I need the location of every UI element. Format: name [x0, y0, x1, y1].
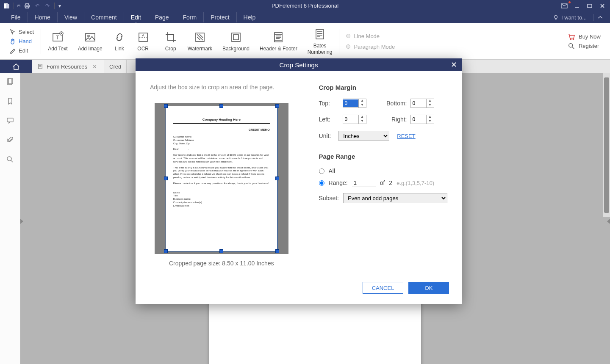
selection-tools: Select Hand Edit: [4, 26, 39, 57]
background-label: Background: [222, 46, 250, 52]
cropped-page-size: Cropped page size: 8.50 x 11.00 Inches: [150, 260, 293, 267]
add-image-button[interactable]: Add Image: [73, 23, 108, 59]
range-input[interactable]: [352, 179, 376, 187]
paragraph-mode-radio[interactable]: Paragraph Mode: [346, 44, 395, 50]
menu-page[interactable]: Page: [148, 12, 176, 22]
hand-tool[interactable]: Hand: [8, 37, 36, 46]
save-icon[interactable]: [14, 3, 20, 9]
app-title: PDFelement 6 Professional: [272, 3, 338, 9]
cancel-button[interactable]: CANCEL: [363, 282, 403, 294]
tab-close-icon[interactable]: ✕: [91, 63, 99, 70]
bates-button[interactable]: Bates Numbering: [302, 23, 338, 59]
menu-edit[interactable]: Edit: [124, 12, 148, 22]
svg-rect-1: [6, 4, 9, 8]
left-label: Left:: [319, 116, 343, 123]
ocr-button[interactable]: AOCR: [131, 23, 155, 59]
print-icon[interactable]: [24, 3, 30, 9]
line-mode-radio[interactable]: Line Mode: [346, 33, 395, 39]
separator: [157, 29, 157, 54]
expand-left-icon[interactable]: [20, 219, 23, 224]
watermark-icon: [193, 30, 207, 44]
collapse-ribbon-icon[interactable]: [593, 14, 607, 21]
svg-point-12: [555, 16, 557, 19]
minimize-icon[interactable]: [572, 2, 582, 10]
spinner-down-icon[interactable]: ▼: [359, 103, 366, 108]
search-panel-icon[interactable]: [6, 155, 14, 164]
scrollbar-thumb[interactable]: [604, 77, 609, 213]
dialog-titlebar[interactable]: Crop Settings ✕: [136, 58, 462, 71]
edit-tool[interactable]: Edit: [8, 47, 36, 55]
dialog-close-icon[interactable]: ✕: [449, 60, 458, 69]
right-spinner[interactable]: ▲▼: [410, 115, 434, 124]
menu-form[interactable]: Form: [176, 12, 204, 22]
add-text-label: Add Text: [48, 46, 67, 52]
close-window-icon[interactable]: [597, 2, 607, 10]
vertical-scrollbar[interactable]: [603, 73, 610, 217]
left-input[interactable]: [343, 116, 358, 123]
ok-button[interactable]: OK: [408, 282, 449, 294]
add-text-button[interactable]: TAdd Text: [43, 23, 72, 59]
right-label: Right:: [377, 116, 410, 123]
dialog-separator: [306, 84, 306, 267]
attachment-icon[interactable]: [6, 136, 14, 144]
bottom-input[interactable]: [411, 99, 426, 107]
register-button[interactable]: Register: [568, 43, 601, 50]
preview-page: Company Heading Here CREDIT MEMO Custome…: [166, 106, 277, 251]
mail-icon[interactable]: [559, 2, 569, 10]
tab-cred[interactable]: Cred: [104, 60, 127, 73]
reset-link[interactable]: RESET: [397, 133, 415, 139]
redo-icon[interactable]: ↷: [44, 3, 51, 9]
right-input[interactable]: [411, 116, 426, 123]
ocr-icon: A: [136, 30, 150, 44]
qat-dropdown-icon[interactable]: ▾: [54, 3, 61, 9]
select-tool[interactable]: Select: [8, 28, 36, 36]
bates-icon: [313, 28, 327, 41]
maximize-icon[interactable]: [585, 2, 595, 10]
range-radio[interactable]: [319, 180, 324, 186]
unit-select[interactable]: Inches: [338, 131, 389, 141]
subset-select[interactable]: Even and odd pages: [343, 193, 447, 203]
bottom-label: Bottom:: [377, 100, 410, 107]
add-text-icon: T: [51, 30, 64, 44]
crop-button[interactable]: Crop: [159, 23, 183, 59]
crop-preview[interactable]: Company Heading Here CREDIT MEMO Custome…: [155, 103, 288, 254]
page-range-range-row[interactable]: Range: of 2 e.g.(1,3,5,7-10): [319, 179, 447, 187]
bookmark-icon[interactable]: [6, 97, 14, 105]
menu-help[interactable]: Help: [237, 12, 263, 22]
top-input[interactable]: [343, 99, 358, 107]
spinner-down-icon[interactable]: ▼: [427, 103, 434, 108]
left-spinner[interactable]: ▲▼: [343, 115, 366, 124]
svg-point-43: [569, 43, 573, 47]
page-range-all-row[interactable]: All: [319, 168, 447, 174]
menu-view[interactable]: View: [58, 12, 84, 22]
thumbnails-icon[interactable]: [6, 77, 14, 86]
menu-protect[interactable]: Protect: [204, 12, 236, 22]
ribbon: Select Hand Edit TAdd Text Add Image Lin…: [0, 23, 610, 60]
watermark-button[interactable]: Watermark: [183, 23, 217, 59]
top-spinner[interactable]: ▲▼: [343, 99, 366, 108]
menu-comment[interactable]: Comment: [84, 12, 124, 22]
svg-rect-19: [86, 33, 95, 41]
spinner-down-icon[interactable]: ▼: [359, 119, 366, 124]
range-label: Range:: [329, 179, 348, 186]
radio-icon: [346, 34, 350, 38]
menu-file[interactable]: File: [4, 12, 28, 22]
spinner-down-icon[interactable]: ▼: [427, 119, 434, 124]
link-button[interactable]: Link: [108, 23, 131, 59]
tab-form-resources[interactable]: Form Resources ✕: [32, 60, 104, 73]
expand-right-icon[interactable]: [607, 219, 610, 224]
menu-home[interactable]: Home: [28, 12, 58, 22]
buy-now-button[interactable]: Buy Now: [568, 33, 601, 40]
bottom-spinner[interactable]: ▲▼: [410, 99, 434, 108]
background-button[interactable]: Background: [217, 23, 255, 59]
undo-icon[interactable]: ↶: [34, 3, 41, 9]
header-footer-button[interactable]: Header & Footer: [255, 23, 302, 59]
i-want-to[interactable]: I want to...: [549, 13, 591, 22]
home-tab[interactable]: [0, 60, 32, 73]
radio-icon: [346, 44, 350, 49]
all-radio[interactable]: [319, 168, 324, 174]
comment-icon[interactable]: [6, 116, 14, 125]
header-footer-icon: [272, 30, 285, 44]
svg-rect-9: [588, 4, 592, 8]
svg-rect-2: [18, 5, 20, 7]
